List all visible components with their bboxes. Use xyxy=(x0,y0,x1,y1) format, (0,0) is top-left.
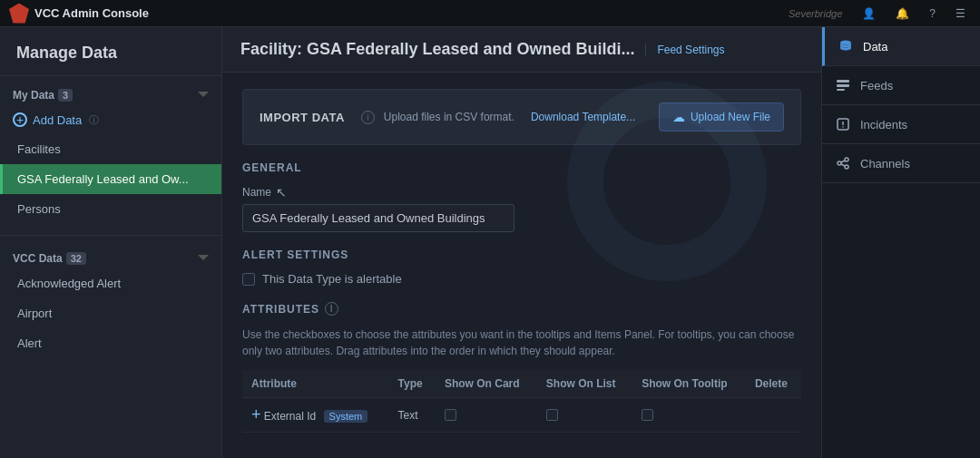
sidebar-item-airport[interactable]: Airport xyxy=(0,298,221,328)
attr-name-cell: + External Id System xyxy=(242,398,389,433)
csv-text: Upload files in CSV format. xyxy=(384,111,514,123)
attr-list-cell xyxy=(537,398,632,433)
svg-point-7 xyxy=(838,161,841,165)
sidebar: Manage Data My Data 3 + Add Data ⓘ Facil… xyxy=(0,27,222,458)
feeds-icon xyxy=(835,77,851,93)
person-icon[interactable]: 👤 xyxy=(857,5,881,22)
nav-channels-label: Channels xyxy=(860,157,910,171)
import-info-icon[interactable]: i xyxy=(361,111,375,124)
nav-item-incidents[interactable]: Incidents xyxy=(822,105,980,144)
logo-icon xyxy=(9,4,29,24)
alert-settings-section: ALERT SETTINGS This Data Type is alertab… xyxy=(242,248,801,286)
name-label: Name xyxy=(242,186,271,199)
system-badge: System xyxy=(324,410,368,423)
attributes-section: ATTRIBUTES i Use the checkboxes to choos… xyxy=(242,302,801,433)
general-section: GENERAL Name ↖ xyxy=(242,161,801,232)
import-data-box: IMPORT DATA i Upload files in CSV format… xyxy=(242,89,801,145)
app-name: VCC Admin Console xyxy=(34,6,149,20)
show-on-card-checkbox[interactable] xyxy=(445,409,456,421)
alertable-checkbox[interactable] xyxy=(242,273,255,286)
attr-tooltip-cell xyxy=(632,398,746,433)
svg-point-6 xyxy=(842,126,844,128)
attr-delete-cell xyxy=(746,398,801,433)
import-title: IMPORT DATA xyxy=(260,111,345,124)
main-content: Facility: GSA Federally Leased and Owned… xyxy=(222,27,821,458)
attributes-description: Use the checkboxes to choose the attribu… xyxy=(242,326,801,359)
col-type: Type xyxy=(389,370,436,398)
attributes-header: ATTRIBUTES i xyxy=(242,302,801,316)
cursor-icon: ↖ xyxy=(276,185,287,200)
name-input[interactable] xyxy=(242,204,514,232)
nav-feeds-label: Feeds xyxy=(860,79,893,93)
svg-point-9 xyxy=(845,165,848,169)
show-on-tooltip-checkbox[interactable] xyxy=(642,409,653,421)
alertable-checkbox-row: This Data Type is alertable xyxy=(242,272,801,286)
add-row-button[interactable]: + xyxy=(251,405,261,424)
main-title: Facility: GSA Federally Leased and Owned… xyxy=(240,40,634,59)
upload-btn-label: Upload New File xyxy=(691,111,770,123)
nav-item-feeds[interactable]: Feeds xyxy=(822,66,980,105)
database-icon xyxy=(838,38,854,54)
attributes-info-icon[interactable]: i xyxy=(325,302,338,316)
app-logo: VCC Admin Console xyxy=(9,4,149,24)
col-show-on-tooltip: Show On Tooltip xyxy=(632,370,746,398)
import-box-left: IMPORT DATA i Upload files in CSV format… xyxy=(260,111,635,124)
svg-point-0 xyxy=(840,41,851,45)
add-data-label: Add Data xyxy=(33,113,82,127)
download-template-link[interactable]: Download Template... xyxy=(531,111,635,123)
svg-rect-1 xyxy=(837,80,849,83)
svg-point-8 xyxy=(845,158,848,161)
right-panel: Data Feeds Incidents xyxy=(821,27,980,458)
my-data-section: My Data 3 + Add Data ⓘ Facilites GSA Fed… xyxy=(0,76,221,231)
add-data-info-icon: ⓘ xyxy=(89,113,99,127)
my-data-count: 3 xyxy=(58,89,73,102)
attributes-title: ATTRIBUTES xyxy=(242,303,319,316)
help-icon[interactable]: ? xyxy=(924,5,941,22)
table-header-row: Attribute Type Show On Card Show On List… xyxy=(242,370,801,398)
vcc-data-section-title[interactable]: VCC Data 32 xyxy=(0,247,221,268)
svg-line-11 xyxy=(841,164,845,166)
attr-name: External Id xyxy=(264,410,316,423)
alert-settings-title: ALERT SETTINGS xyxy=(242,248,348,261)
attr-card-cell xyxy=(436,398,537,433)
sidebar-item-acknowledged-alert[interactable]: Acknowledged Alert xyxy=(0,268,221,298)
sidebar-title: Manage Data xyxy=(0,27,221,76)
nav-incidents-label: Incidents xyxy=(860,118,907,132)
vcc-data-section: VCC Data 32 Acknowledged Alert Airport A… xyxy=(0,239,221,365)
sidebar-item-gsa[interactable]: GSA Federally Leased and Ow... xyxy=(0,164,221,194)
feed-settings-button[interactable]: Feed Settings xyxy=(645,44,724,56)
nav-item-data[interactable]: Data xyxy=(822,27,980,66)
channels-icon xyxy=(835,155,851,171)
sidebar-item-alert[interactable]: Alert xyxy=(0,328,221,358)
svg-rect-2 xyxy=(837,84,849,87)
sidebar-item-persons[interactable]: Persons xyxy=(0,194,221,224)
top-bar: VCC Admin Console Severbridge 👤 🔔 ? ☰ xyxy=(0,0,980,27)
upload-new-file-button[interactable]: ☁ Upload New File xyxy=(659,102,784,132)
general-section-header: GENERAL xyxy=(242,161,801,174)
add-data-row[interactable]: + Add Data ⓘ xyxy=(0,105,221,134)
svg-rect-3 xyxy=(837,89,845,91)
col-delete: Delete xyxy=(746,370,801,398)
menu-icon[interactable]: ☰ xyxy=(950,5,971,22)
alert-settings-header: ALERT SETTINGS xyxy=(242,248,801,261)
sidebar-item-facilities[interactable]: Facilites xyxy=(0,134,221,164)
show-on-list-checkbox[interactable] xyxy=(546,409,558,421)
my-data-section-title[interactable]: My Data 3 xyxy=(0,83,221,105)
table-row: + External Id System Text xyxy=(242,398,801,433)
vcc-data-count: 32 xyxy=(66,252,86,265)
col-show-on-list: Show On List xyxy=(537,370,632,398)
plus-circle-icon: + xyxy=(13,112,27,127)
attr-type-cell: Text xyxy=(389,398,436,433)
layout: Manage Data My Data 3 + Add Data ⓘ Facil… xyxy=(0,27,980,458)
sidebar-divider xyxy=(0,235,221,236)
main-body: IMPORT DATA i Upload files in CSV format… xyxy=(222,73,821,449)
general-title: GENERAL xyxy=(242,161,302,174)
incidents-icon xyxy=(835,116,851,132)
main-header: Facility: GSA Federally Leased and Owned… xyxy=(222,27,821,73)
nav-item-channels[interactable]: Channels xyxy=(822,144,980,183)
attributes-table: Attribute Type Show On Card Show On List… xyxy=(242,370,801,433)
nav-data-label: Data xyxy=(863,40,887,54)
col-attribute: Attribute xyxy=(242,370,389,398)
vcc-data-label: VCC Data xyxy=(13,252,63,265)
bell-icon[interactable]: 🔔 xyxy=(890,5,915,22)
